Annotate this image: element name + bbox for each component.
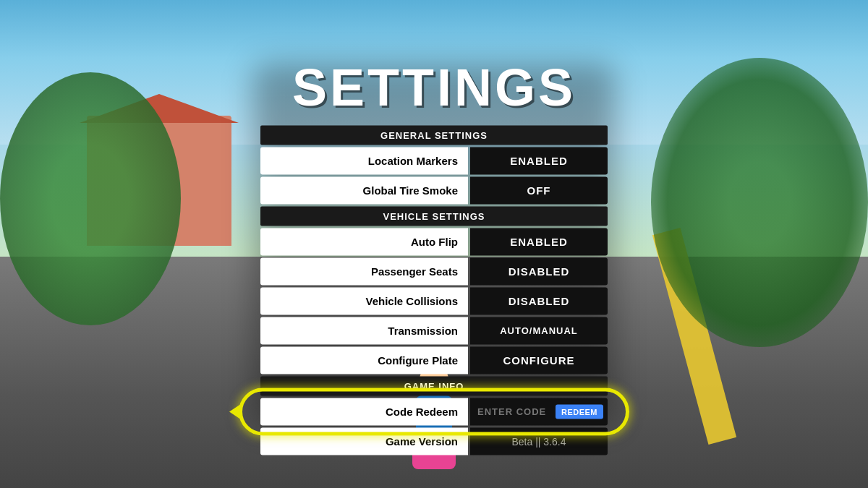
scenery-left <box>0 72 181 325</box>
code-redeem-row: Code Redeem ENTER CODE REDEEM <box>260 398 608 425</box>
transmission-row: Transmission AUTO/MANUAL <box>260 317 608 344</box>
game-version-value: Beta || 3.6.4 <box>470 427 608 455</box>
game-info-header: GAME INFO <box>260 376 608 395</box>
passenger-seats-label[interactable]: Passenger Seats <box>260 257 468 285</box>
global-tire-smoke-row: Global Tire Smoke OFF <box>260 176 608 204</box>
settings-panel: SETTINGS GENERAL SETTINGS Location Marke… <box>260 57 608 455</box>
configure-plate-value[interactable]: CONFIGURE <box>470 346 608 374</box>
game-version-row: Game Version Beta || 3.6.4 <box>260 427 608 455</box>
code-redeem-value: ENTER CODE REDEEM <box>470 398 608 425</box>
settings-rows: GENERAL SETTINGS Location Markers ENABLE… <box>260 125 608 455</box>
code-input-placeholder[interactable]: ENTER CODE <box>477 406 546 417</box>
auto-flip-label[interactable]: Auto Flip <box>260 228 468 255</box>
general-settings-header: GENERAL SETTINGS <box>260 125 608 145</box>
transmission-value[interactable]: AUTO/MANUAL <box>470 317 608 344</box>
passenger-seats-row: Passenger Seats DISABLED <box>260 257 608 285</box>
configure-plate-row: Configure Plate CONFIGURE <box>260 346 608 374</box>
code-redeem-container: Code Redeem ENTER CODE REDEEM <box>260 398 608 425</box>
vehicle-settings-header: VEHICLE SETTINGS <box>260 206 608 226</box>
location-markers-row: Location Markers ENABLED <box>260 147 608 174</box>
settings-title: SETTINGS <box>292 57 576 116</box>
configure-plate-label[interactable]: Configure Plate <box>260 346 468 374</box>
global-tire-smoke-label[interactable]: Global Tire Smoke <box>260 176 468 204</box>
location-markers-label[interactable]: Location Markers <box>260 147 468 174</box>
scenery-right <box>651 58 868 347</box>
redeem-button[interactable]: REDEEM <box>556 404 603 419</box>
passenger-seats-value[interactable]: DISABLED <box>470 257 608 285</box>
game-version-label: Game Version <box>260 427 468 455</box>
vehicle-collisions-value[interactable]: DISABLED <box>470 287 608 314</box>
location-markers-value[interactable]: ENABLED <box>470 147 608 174</box>
code-redeem-label[interactable]: Code Redeem <box>260 398 468 425</box>
auto-flip-value[interactable]: ENABLED <box>470 228 608 255</box>
vehicle-collisions-label[interactable]: Vehicle Collisions <box>260 287 468 314</box>
vehicle-collisions-row: Vehicle Collisions DISABLED <box>260 287 608 314</box>
transmission-label[interactable]: Transmission <box>260 317 468 344</box>
global-tire-smoke-value[interactable]: OFF <box>470 176 608 204</box>
auto-flip-row: Auto Flip ENABLED <box>260 228 608 255</box>
